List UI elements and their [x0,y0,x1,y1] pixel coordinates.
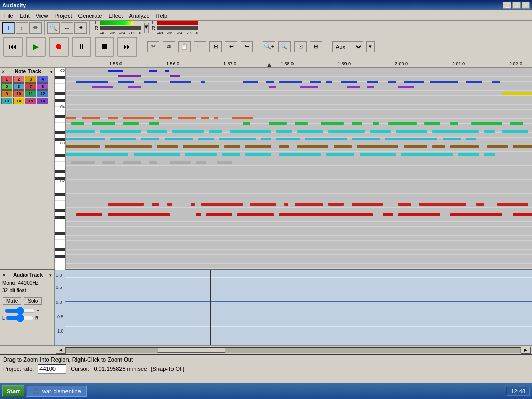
skip-back-button[interactable]: ⏮ [3,37,23,57]
midi-note [370,130,391,133]
menu-view[interactable]: View [33,11,51,20]
undo-button[interactable]: ↩ [225,41,237,52]
start-button[interactable]: Start [2,385,24,397]
project-rate-input[interactable] [38,364,66,374]
scroll-thumb[interactable] [157,348,225,353]
channel-16[interactable]: 16 [37,98,48,104]
midi-note [269,86,276,88]
midi-note [297,145,328,148]
draw-tool[interactable]: ✏ [29,22,42,34]
zoom-tool[interactable]: 🔍 [47,22,60,34]
solo-button[interactable]: Solo [24,297,42,305]
midi-note [432,145,445,148]
vu-scale-output: -48-36-24-120 [100,31,141,35]
pan-slider[interactable] [6,315,34,321]
grid-lines-h [66,68,532,269]
channel-4[interactable]: 4 [37,76,48,83]
menu-generate[interactable]: Generate [75,11,105,20]
multi-tool[interactable]: ✦ [74,22,87,34]
note-track-header: ✕ Note Track ▾ 1 2 3 4 5 6 7 8 9 10 11 1… [0,68,55,269]
midi-note [334,145,352,148]
midi-note [108,117,118,119]
zoom-in-button[interactable]: 🔍+ [263,41,275,52]
record-button[interactable]: ⏺ [49,37,69,57]
taskbar-window-item[interactable]: 🎵 war-clementine [26,385,87,397]
midi-note [108,70,123,72]
scroll-left-button[interactable]: ◀ [56,347,66,354]
midi-note [196,213,201,216]
zoom-out-button[interactable]: 🔍- [278,41,291,52]
midi-note [276,130,292,133]
midi-note [284,203,288,206]
audio-track-menu-icon[interactable]: ▾ [49,273,52,278]
channel-14[interactable]: 14 [13,98,24,104]
midi-note [326,81,332,83]
midi-note [191,203,195,206]
snap-value: [Snap-To Off] [151,366,185,372]
menu-edit[interactable]: Edit [17,11,33,20]
silence-button[interactable]: ⊟ [209,41,222,52]
timeshift-tool[interactable]: ↔ [61,22,73,34]
track-menu-icon[interactable]: ▾ [50,69,53,74]
channel-3[interactable]: 3 [25,76,36,83]
channel-5[interactable]: 5 [1,83,12,90]
channel-11[interactable]: 11 [25,90,36,97]
zoom-full-button[interactable]: ⊞ [310,41,322,52]
close-button[interactable]: × [522,2,530,9]
channel-12[interactable]: 12 [37,90,48,97]
midi-note [183,145,219,148]
channel-15[interactable]: 15 [25,98,36,104]
close-audio-track-icon[interactable]: ✕ [2,273,6,278]
close-track-icon[interactable]: ✕ [1,69,5,74]
aux-select[interactable]: Aux Mix Master [332,41,363,52]
redo-button[interactable]: ↪ [241,41,253,52]
channel-1[interactable]: 1 [1,76,12,83]
menu-analyze[interactable]: Analyze [126,11,152,20]
midi-note [276,138,300,140]
selection-tool[interactable]: I [2,22,15,34]
copy-button[interactable]: ⧉ [163,41,175,52]
vu-output-expand[interactable]: ▾ [144,23,149,33]
menu-file[interactable]: File [1,11,17,20]
amplitude-neg-half-label: -0.5 [56,314,64,320]
channel-7[interactable]: 7 [25,83,36,90]
channel-8[interactable]: 8 [37,83,48,90]
minimize-button[interactable]: _ [503,2,511,9]
menu-help[interactable]: Help [153,11,171,20]
pause-button[interactable]: ⏸ [72,37,91,57]
channel-13[interactable]: 13 [1,98,12,104]
midi-note [360,153,396,156]
mute-button[interactable]: Mute [3,297,21,305]
menu-project[interactable]: Project [51,11,75,20]
midi-note [118,81,134,83]
scroll-right-button[interactable]: ▶ [521,347,531,354]
midi-note [466,81,482,83]
channel-2[interactable]: 2 [13,76,24,83]
paste-button[interactable]: 📋 [178,41,191,52]
audio-content[interactable]: 1.0 0.5 0.0 -0.5 -1.0 [55,270,532,345]
aux-expand[interactable]: ▾ [366,41,375,52]
menu-effect[interactable]: Effect [105,11,126,20]
scroll-track[interactable] [66,347,521,353]
midi-content[interactable] [66,68,532,269]
channel-9[interactable]: 9 [1,90,12,97]
play-button[interactable]: ▶ [26,37,46,57]
midi-note [326,153,354,156]
midi-note [443,138,461,140]
zoom-fit-button[interactable]: ⊡ [294,41,307,52]
trim-button[interactable]: ⊢ [194,41,206,52]
horizontal-scrollbar[interactable]: ◀ ▶ [0,345,532,354]
channel-boxes: 1 2 3 4 5 6 7 8 9 10 11 12 13 14 15 16 [1,76,52,104]
taskbar-clock: 12:48 [506,387,530,396]
midi-note [471,122,502,125]
gain-slider[interactable] [5,308,36,314]
channel-6[interactable]: 6 [13,83,24,90]
cut-button[interactable]: ✂ [147,41,159,52]
midi-note [388,122,417,125]
maximize-button[interactable]: □ [512,2,521,9]
skip-forward-button[interactable]: ⏭ [117,37,137,57]
envelope-tool[interactable]: ↕ [16,22,28,34]
audio-info: Mono, 44100Hz 32-bit float [2,279,52,295]
stop-button[interactable]: ⏹ [95,37,114,57]
channel-10[interactable]: 10 [13,90,24,97]
